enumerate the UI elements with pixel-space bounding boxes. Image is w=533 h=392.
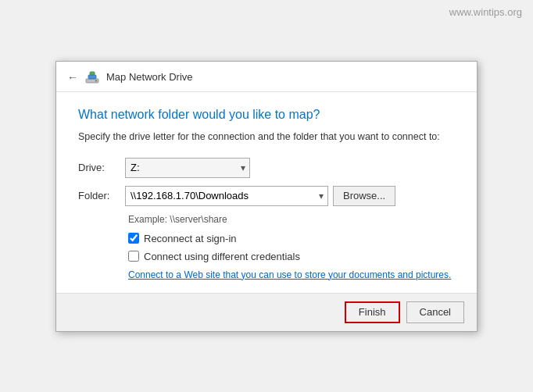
cancel-button[interactable]: Cancel (406, 301, 464, 323)
finish-button[interactable]: Finish (345, 301, 400, 323)
drive-row: Drive: Z: Y: X: W: (78, 158, 455, 178)
drive-select-wrapper: Z: Y: X: W: (125, 158, 250, 178)
reconnect-checkbox[interactable] (128, 233, 139, 244)
dialog: ← Map Network Drive What network folder … (55, 61, 478, 332)
svg-rect-1 (88, 75, 96, 79)
reconnect-row: Reconnect at sign-in (128, 233, 455, 244)
folder-label: Folder: (78, 190, 125, 201)
reconnect-label[interactable]: Reconnect at sign-in (144, 233, 237, 244)
back-arrow-icon[interactable]: ← (67, 71, 78, 84)
subtitle-text: Specify the drive letter for the connect… (78, 131, 455, 142)
browse-button[interactable]: Browse... (333, 186, 395, 206)
drive-select[interactable]: Z: Y: X: W: (125, 158, 250, 178)
example-text: Example: \\server\share (128, 214, 455, 225)
dialog-title: Map Network Drive (106, 71, 193, 83)
web-site-link[interactable]: Connect to a Web site that you can use t… (128, 269, 451, 280)
svg-point-3 (95, 80, 97, 81)
main-question: What network folder would you like to ma… (78, 108, 455, 122)
network-drive-icon (84, 69, 100, 85)
link-row: Connect to a Web site that you can use t… (128, 269, 455, 280)
title-bar: ← Map Network Drive (56, 62, 477, 92)
folder-input[interactable] (125, 186, 328, 206)
dialog-footer: Finish Cancel (56, 293, 477, 331)
drive-label: Drive: (78, 162, 125, 173)
folder-row-inner: Browse... (125, 186, 395, 206)
svg-rect-2 (90, 72, 95, 75)
folder-input-wrapper (125, 186, 328, 206)
dialog-content: What network folder would you like to ma… (56, 92, 477, 293)
credentials-row: Connect using different credentials (128, 251, 455, 262)
watermark: www.wintips.org (449, 6, 522, 18)
credentials-checkbox[interactable] (128, 251, 139, 262)
credentials-label[interactable]: Connect using different credentials (144, 251, 300, 262)
folder-row: Folder: Browse... (78, 186, 455, 206)
